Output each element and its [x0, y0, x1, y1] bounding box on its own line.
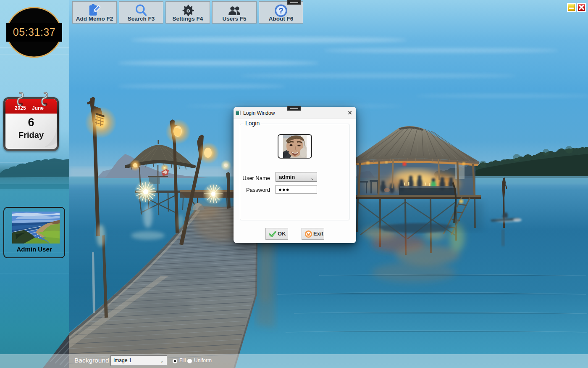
svg-text:?: ?	[278, 6, 284, 15]
